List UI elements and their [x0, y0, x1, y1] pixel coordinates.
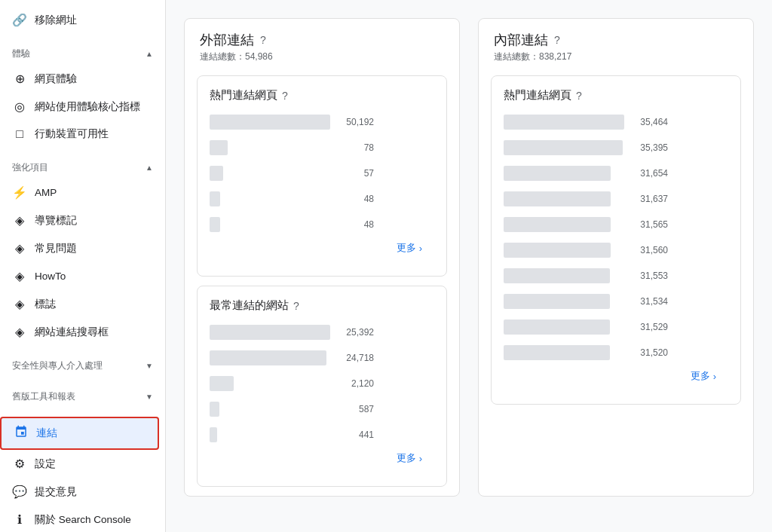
table-row: 2,120 [210, 373, 434, 394]
bar-label [504, 188, 624, 209]
bar-label [504, 291, 624, 312]
table-row: 48 [210, 188, 434, 209]
chevron-right-icon: › [419, 243, 422, 254]
sidebar-item-web-experience[interactable]: ⊕ 網頁體驗 [0, 65, 159, 93]
sidebar-item-links[interactable]: 連結 [0, 417, 159, 450]
table-row: 57 [210, 163, 434, 184]
table-row: 441 [210, 424, 434, 445]
table-row: 35,464 [504, 112, 728, 133]
section-header-experience[interactable]: 體驗 ▲ [0, 40, 165, 65]
chevron-down-icon: ▼ [146, 362, 153, 370]
sidebar-item-site-search[interactable]: ◈ 網站連結搜尋框 [0, 318, 159, 346]
feedback-icon: 💬 [12, 485, 27, 499]
sidebar-item-settings[interactable]: ⚙ 設定 [0, 450, 159, 478]
external-top-sites-title: 最常連結的網站 ? [210, 298, 434, 313]
internal-popular-bar-chart: 35,464 35,395 31,654 [504, 112, 728, 363]
bar-label [210, 163, 330, 184]
table-row: 35,395 [504, 137, 728, 158]
sidebar-item-breadcrumb[interactable]: ◈ 導覽標記 [0, 206, 159, 234]
amp-icon: ⚡ [12, 185, 27, 200]
external-popular-bar-chart: 50,192 78 57 [210, 112, 434, 235]
logo-icon: ◈ [12, 297, 27, 311]
main-content: 外部連結 ? 連結總數：54,986 熱門連結網頁 ? 50,192 [166, 0, 772, 532]
table-row: 31,560 [504, 240, 728, 261]
bar-label [504, 316, 624, 338]
external-top-sites-card: 最常連結的網站 ? 25,392 24,718 [197, 286, 447, 487]
sidebar-item-about[interactable]: ℹ 關於 Search Console [0, 506, 159, 532]
mobile-icon: □ [12, 127, 27, 141]
bar-label [210, 347, 330, 368]
external-popular-pages-card: 熱門連結網頁 ? 50,192 78 [197, 75, 447, 277]
links-icon [14, 425, 29, 442]
external-links-subtitle: 連結總數：54,986 [200, 50, 444, 63]
howto-icon: ◈ [12, 269, 27, 283]
internal-links-section: 內部連結 ? 連結總數：838,217 熱門連結網頁 ? 35,464 [478, 18, 754, 497]
bar-label [504, 240, 624, 261]
external-links-section: 外部連結 ? 連結總數：54,986 熱門連結網頁 ? 50,192 [184, 18, 460, 497]
external-top-sites-help-icon[interactable]: ? [293, 300, 299, 312]
internal-popular-help-icon[interactable]: ? [576, 90, 582, 102]
external-popular-pages-title: 熱門連結網頁 ? [210, 88, 434, 102]
sidebar-item-core-vitals[interactable]: ◎ 網站使用體驗核心指標 [0, 93, 159, 121]
sidebar-item-logo[interactable]: ◈ 標誌 [0, 290, 159, 318]
site-search-icon: ◈ [12, 325, 27, 339]
external-popular-more-link[interactable]: 更多 › [210, 235, 434, 264]
bar-label [210, 137, 330, 158]
settings-icon: ⚙ [12, 457, 27, 471]
breadcrumb-icon: ◈ [12, 213, 27, 228]
section-header-legacy[interactable]: 舊版工具和報表 ▼ [0, 383, 165, 408]
external-popular-help-icon[interactable]: ? [282, 90, 288, 102]
internal-links-subtitle: 連結總數：838,217 [494, 50, 738, 63]
section-header-security[interactable]: 安全性與專人介入處理 ▼ [0, 352, 165, 377]
chevron-down-icon-2: ▼ [146, 393, 153, 401]
about-icon: ℹ [12, 512, 27, 527]
chevron-up-icon-2: ▲ [146, 164, 153, 172]
table-row: 31,637 [504, 188, 728, 209]
table-row: 31,654 [504, 163, 728, 184]
bar-label [504, 342, 624, 363]
table-row: 587 [210, 399, 434, 420]
section-header-enhancement[interactable]: 強化項目 ▲ [0, 154, 165, 179]
remove-url-icon: 🔗 [12, 13, 27, 27]
sidebar-item-mobile[interactable]: □ 行動裝置可用性 [0, 121, 159, 148]
chevron-up-icon: ▲ [146, 50, 153, 58]
table-row: 31,520 [504, 342, 728, 363]
bar-label [504, 112, 624, 133]
faq-icon: ◈ [12, 241, 27, 255]
table-row: 31,565 [504, 214, 728, 235]
bar-label [504, 137, 624, 158]
bar-label [210, 112, 330, 133]
bar-label [504, 265, 624, 286]
table-row: 50,192 [210, 112, 434, 133]
external-links-header: 外部連結 ? 連結總數：54,986 [185, 19, 459, 66]
internal-links-header: 內部連結 ? 連結總數：838,217 [479, 19, 753, 66]
chevron-right-icon-3: › [713, 371, 716, 382]
bar-label [210, 424, 330, 445]
external-top-sites-bar-chart: 25,392 24,718 2,120 [210, 322, 434, 445]
bar-label [210, 373, 330, 394]
table-row: 31,529 [504, 316, 728, 338]
sidebar-item-amp[interactable]: ⚡ AMP [0, 179, 159, 206]
table-row: 24,718 [210, 347, 434, 368]
table-row: 78 [210, 137, 434, 158]
table-row: 31,553 [504, 265, 728, 286]
sidebar-item-remove-url[interactable]: 🔗 移除網址 [0, 6, 159, 34]
sidebar: 🔗 移除網址 體驗 ▲ ⊕ 網頁體驗 ◎ 網站使用體驗核心指標 □ 行動裝置可用… [0, 0, 166, 532]
bar-label [504, 163, 624, 184]
external-top-sites-more-link[interactable]: 更多 › [210, 445, 434, 474]
external-links-title: 外部連結 ? [200, 31, 444, 49]
core-vitals-icon: ◎ [12, 99, 27, 114]
bar-label [504, 214, 624, 235]
bar-label [210, 188, 330, 209]
web-experience-icon: ⊕ [12, 72, 27, 86]
internal-popular-more-link[interactable]: 更多 › [504, 363, 728, 392]
internal-popular-pages-card: 熱門連結網頁 ? 35,464 35,395 [491, 75, 741, 405]
sidebar-item-feedback[interactable]: 💬 提交意見 [0, 478, 159, 506]
table-row: 31,534 [504, 291, 728, 312]
sidebar-item-howto[interactable]: ◈ HowTo [0, 262, 159, 290]
bar-label [210, 399, 330, 420]
internal-links-help-icon[interactable]: ? [554, 34, 560, 46]
sidebar-item-faq[interactable]: ◈ 常見問題 [0, 234, 159, 262]
internal-popular-pages-title: 熱門連結網頁 ? [504, 88, 728, 102]
external-links-help-icon[interactable]: ? [260, 34, 266, 46]
